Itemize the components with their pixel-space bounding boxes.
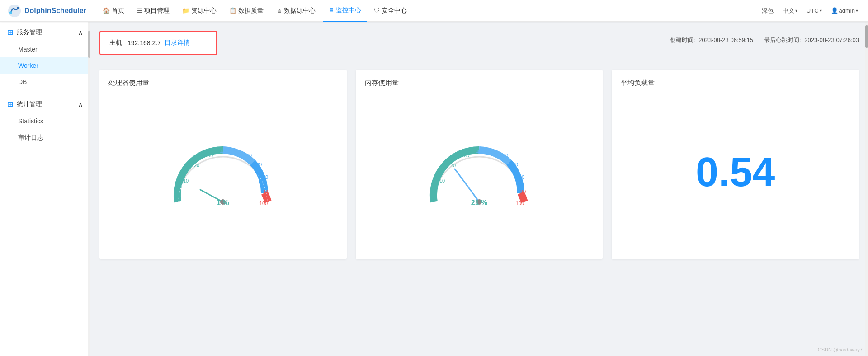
- heartbeat-time-label: 最后心跳时间: 2023-08-23 07:26:03: [764, 36, 859, 44]
- nav-resource[interactable]: 📁 资源中心: [177, 0, 222, 22]
- user-menu[interactable]: 👤 admin ▾: [828, 7, 861, 14]
- tz-chevron-icon: ▾: [820, 8, 822, 13]
- sidebar-item-worker[interactable]: Worker: [0, 57, 90, 74]
- svg-text:70: 70: [256, 162, 262, 167]
- sidebar-group-stats[interactable]: ⊞ 统计管理 ∧: [0, 94, 90, 113]
- svg-text:20: 20: [194, 163, 199, 168]
- load-value: 0.54: [696, 94, 775, 250]
- svg-text:40: 40: [220, 149, 226, 155]
- cpu-card-title: 处理器使用量: [108, 79, 149, 87]
- nav-security[interactable]: 🛡 安全中心: [368, 0, 412, 22]
- timezone-selector[interactable]: UTC ▾: [804, 7, 825, 14]
- datasource-icon: 🖥: [276, 7, 282, 14]
- load-card-title: 平均负载量: [621, 79, 655, 87]
- svg-point-1: [9, 11, 12, 14]
- svg-text:30: 30: [208, 153, 213, 158]
- svg-text:10: 10: [183, 178, 189, 183]
- main-scrollbar-thumb[interactable]: [865, 25, 868, 48]
- svg-point-0: [8, 5, 21, 17]
- memory-card-title: 内存使用量: [365, 79, 399, 87]
- svg-text:0: 0: [175, 196, 177, 201]
- host-info-card: 主机: 192.168.2.7 目录详情: [99, 31, 217, 55]
- host-label: 主机:: [109, 39, 124, 47]
- sidebar-scrollbar-thumb[interactable]: [88, 31, 90, 58]
- monitor-icon: 🖥: [328, 7, 334, 14]
- main-scrollbar-track: [865, 22, 868, 356]
- sidebar-item-statistics[interactable]: Statistics: [0, 113, 90, 129]
- created-time-label: 创建时间: 2023-08-23 06:59:15: [670, 36, 753, 44]
- svg-text:0: 0: [431, 196, 434, 201]
- svg-text:100: 100: [259, 201, 268, 206]
- timestamps: 创建时间: 2023-08-23 06:59:15 最后心跳时间: 2023-0…: [670, 31, 859, 44]
- cpu-gauge-svg: 0 10 20 30 40 50 60 70 80 90 100: [164, 136, 282, 209]
- app-name: DolphinScheduler: [24, 7, 86, 15]
- sidebar-group-service[interactable]: ⊞ 服务管理 ∧: [0, 22, 90, 41]
- service-group-icon: ⊞: [7, 28, 13, 37]
- nav-items: 🏠 首页 ☰ 项目管理 📁 资源中心 📋 数据质量 🖥 数据源中心 🖥 监控中心…: [97, 0, 759, 22]
- directory-link[interactable]: 目录详情: [165, 39, 190, 47]
- svg-text:30: 30: [464, 153, 469, 158]
- cpu-card: 处理器使用量: [99, 70, 347, 259]
- top-navigation: DolphinScheduler 🏠 首页 ☰ 项目管理 📁 资源中心 📋 数据…: [0, 0, 868, 22]
- svg-text:40: 40: [476, 149, 482, 155]
- security-icon: 🛡: [374, 7, 380, 14]
- dashboard-row: 处理器使用量: [99, 70, 859, 259]
- sidebar-item-db[interactable]: DB: [0, 74, 90, 90]
- svg-text:1 %: 1 %: [217, 199, 230, 206]
- main-content: 主机: 192.168.2.7 目录详情 创建时间: 2023-08-23 06…: [90, 22, 868, 356]
- svg-text:60: 60: [503, 153, 508, 158]
- nav-quality[interactable]: 📋 数据质量: [224, 0, 269, 22]
- svg-text:21 %: 21 %: [471, 199, 487, 206]
- service-collapse-icon: ∧: [78, 29, 83, 36]
- svg-text:50: 50: [490, 149, 495, 155]
- info-row: 主机: 192.168.2.7 目录详情 创建时间: 2023-08-23 06…: [99, 31, 859, 62]
- memory-card: 内存使用量 0 10 20: [356, 70, 603, 259]
- layout: ⊞ 服务管理 ∧ Master Worker DB ⊞ 统计管理 ∧ Stati…: [0, 22, 868, 356]
- svg-text:80: 80: [263, 174, 268, 180]
- language-selector[interactable]: 中文 ▾: [780, 7, 800, 15]
- nav-datasource[interactable]: 🖥 数据源中心: [271, 0, 321, 22]
- theme-toggle[interactable]: 深色: [759, 7, 776, 15]
- quality-icon: 📋: [229, 7, 236, 14]
- load-card: 平均负载量 0.54: [612, 70, 859, 259]
- host-value: 192.168.2.7: [127, 39, 161, 47]
- nav-home[interactable]: 🏠 首页: [97, 0, 130, 22]
- nav-project[interactable]: ☰ 项目管理: [132, 0, 175, 22]
- watermark: CSDN @hardaway7: [818, 347, 863, 352]
- cpu-gauge: 0 10 20 30 40 50 60 70 80 90 100: [108, 94, 338, 250]
- logo-icon: [7, 4, 22, 18]
- project-icon: ☰: [137, 7, 142, 14]
- home-icon: 🏠: [103, 7, 110, 14]
- lang-chevron-icon: ▾: [795, 8, 797, 13]
- host-row: 主机: 192.168.2.7 目录详情: [109, 39, 207, 47]
- svg-text:90: 90: [264, 189, 269, 194]
- sidebar-item-master[interactable]: Master: [0, 41, 90, 57]
- stats-group-icon: ⊞: [7, 100, 13, 108]
- user-icon: 👤: [831, 7, 838, 14]
- sidebar-scrollbar-track: [88, 22, 90, 356]
- svg-line-29: [455, 169, 479, 202]
- sidebar-item-audit[interactable]: 审计日志: [0, 129, 90, 146]
- svg-text:80: 80: [519, 174, 524, 180]
- svg-point-2: [17, 7, 19, 9]
- nav-monitor[interactable]: 🖥 监控中心: [323, 0, 367, 22]
- svg-text:60: 60: [246, 153, 252, 158]
- svg-text:10: 10: [439, 178, 445, 183]
- logo[interactable]: DolphinScheduler: [7, 4, 86, 18]
- stats-collapse-icon: ∧: [78, 101, 83, 108]
- user-chevron-icon: ▾: [856, 8, 858, 13]
- resource-icon: 📁: [182, 7, 189, 14]
- svg-text:90: 90: [520, 189, 526, 194]
- nav-right: 深色 中文 ▾ UTC ▾ 👤 admin ▾: [759, 7, 861, 15]
- sidebar: ⊞ 服务管理 ∧ Master Worker DB ⊞ 统计管理 ∧ Stati…: [0, 22, 90, 356]
- memory-gauge: 0 10 20 30 40 50 60 70 80 90 100: [365, 94, 594, 250]
- svg-text:70: 70: [513, 162, 518, 167]
- svg-text:20: 20: [450, 163, 456, 168]
- svg-text:50: 50: [234, 149, 239, 155]
- memory-gauge-svg: 0 10 20 30 40 50 60 70 80 90 100: [420, 136, 538, 209]
- svg-text:100: 100: [516, 201, 524, 206]
